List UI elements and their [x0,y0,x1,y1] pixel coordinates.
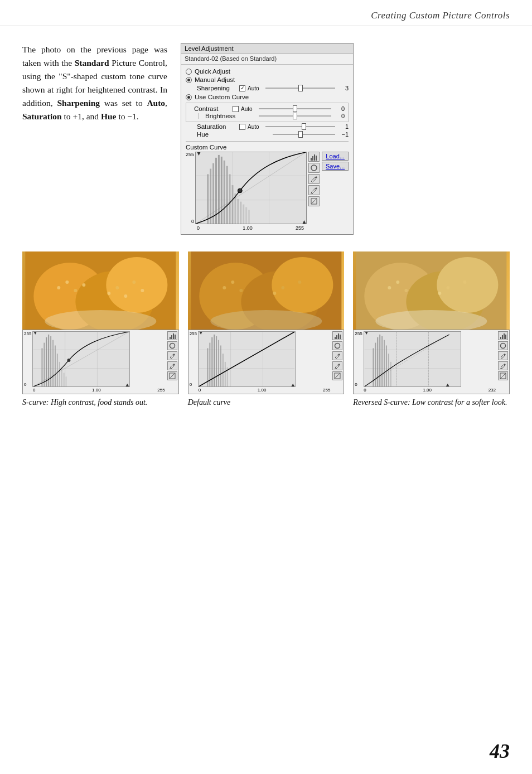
g3-hist-icon[interactable] [498,331,508,340]
g1-circle-icon[interactable] [167,341,177,350]
svg-rect-25 [312,156,313,161]
svg-rect-103 [340,335,341,339]
pencil1-icon[interactable] [308,174,320,184]
svg-rect-130 [384,340,385,386]
use-custom-curve-label: Use Custom Curve [195,94,249,100]
g2-hist-icon[interactable] [332,331,342,340]
svg-rect-128 [379,335,380,386]
g1-hist-icon[interactable] [167,331,177,340]
hue-slider[interactable] [273,131,335,138]
main-graph-container: 255 0 [186,152,320,231]
sharpening-slider[interactable] [265,85,335,91]
panel-body: Quick Adjust Manual Adjust Sharpening Au… [181,65,353,234]
g3-x-right: 232 [489,388,496,393]
svg-point-28 [311,165,317,171]
quick-adjust-label: Quick Adjust [195,68,230,75]
g3-y-top: 255 [355,331,362,336]
contrast-slider[interactable] [259,105,331,112]
svg-rect-26 [314,154,315,161]
circle-icon[interactable] [308,163,320,173]
svg-rect-137 [500,337,501,339]
image-col-2: 255 0 [188,251,345,408]
pencil2-icon[interactable] [308,185,320,195]
saturation-label: Saturation [197,123,237,130]
load-button[interactable]: Load... [322,152,349,161]
graph-x-right: 255 [296,225,304,231]
photo-3 [353,251,510,330]
svg-rect-91 [216,336,217,386]
saturation-auto-checkbox[interactable] [239,124,245,130]
svg-point-36 [74,289,77,292]
g2-reset-icon[interactable] [332,371,342,380]
use-custom-curve-row: Use Custom Curve [186,94,349,100]
sharpening-auto-checkbox[interactable] [239,85,245,91]
food-photo-1 [22,251,179,330]
use-custom-curve-radio[interactable] [186,94,192,100]
svg-rect-59 [66,376,67,386]
save-button[interactable]: Save... [322,162,349,171]
panel-subtitle: Standard-02 (Based on Standard) [181,54,353,65]
sharpening-auto-label: Auto [248,85,263,91]
graph2-svg [198,331,331,387]
svg-rect-55 [57,354,58,386]
g2-pencil1-icon[interactable] [332,351,342,360]
manual-adjust-radio[interactable] [186,77,192,83]
g1-pencil1-icon[interactable] [167,351,177,360]
svg-rect-87 [207,348,208,386]
svg-rect-27 [316,156,317,161]
g3-circle-icon[interactable] [498,341,508,350]
histogram-icon[interactable] [308,152,320,162]
svg-rect-9 [221,157,223,224]
svg-point-39 [115,286,119,289]
graph-2: 255 0 [188,330,345,394]
svg-rect-53 [52,340,54,386]
checkmark-icon[interactable] [308,196,320,206]
graph3-x: 0 1.00 232 [355,388,508,393]
g1-pencil2-icon[interactable] [167,361,177,370]
quick-adjust-radio[interactable] [186,69,192,75]
saturation-slider[interactable] [265,123,335,130]
caption-2-text: Default curve [188,398,231,407]
custom-curve-label: Custom Curve [186,141,349,151]
g1-reset-icon[interactable] [167,371,177,380]
svg-rect-10 [224,161,225,224]
g3-pencil1-icon[interactable] [498,351,508,360]
g2-circle-icon[interactable] [332,341,342,350]
photo-2 [188,251,345,330]
hue-row: Hue −1 [197,131,349,138]
quick-adjust-row: Quick Adjust [186,68,349,75]
page-header: Creating Custom Picture Controls [0,0,532,26]
curve-buttons: Load... Save... [322,152,349,171]
svg-rect-52 [50,336,51,386]
contrast-value: 0 [333,105,345,112]
svg-rect-64 [170,337,171,339]
svg-rect-58 [64,373,65,387]
brightness-slider[interactable] [259,113,331,119]
contrast-row: Contrast Auto 0 [194,105,345,112]
svg-point-114 [405,289,408,292]
brightness-label: Brightness [205,113,239,119]
g3-reset-icon[interactable] [498,371,508,380]
g1-x-left: 0 [33,388,35,393]
svg-rect-133 [390,362,391,386]
svg-rect-127 [377,337,378,386]
g3-pencil2-icon[interactable] [498,361,508,370]
graph-svg-area [195,152,307,224]
images-row: 255 0 [22,251,510,408]
panel-title: Level Adjustment [181,43,353,54]
main-curve-svg [195,152,307,224]
svg-point-81 [298,280,301,284]
svg-rect-13 [232,185,234,224]
g3-y-bot: 0 [355,382,362,387]
contrast-auto-checkbox[interactable] [233,106,239,112]
page-number: 43 [490,739,510,763]
bold-hue: Hue [101,112,117,121]
graph1-icons [167,331,177,380]
svg-marker-136 [446,384,449,386]
svg-rect-51 [49,335,50,386]
svg-rect-131 [386,346,387,387]
g2-pencil2-icon[interactable] [332,361,342,370]
svg-rect-140 [505,335,506,339]
svg-point-141 [501,344,506,349]
graph1-inner: 255 0 [24,331,177,387]
